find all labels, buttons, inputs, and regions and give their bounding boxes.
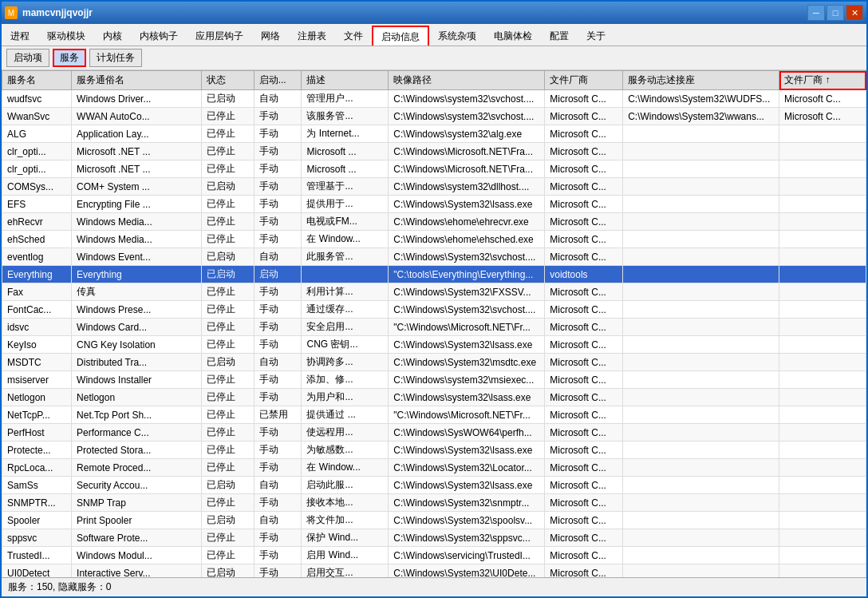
table-cell: 管理基于... (302, 178, 389, 196)
table-cell: Spooler (2, 512, 72, 529)
table-cell: 手动 (254, 336, 302, 354)
col-header-path[interactable]: 映像路径 (389, 71, 545, 90)
col-header-status[interactable]: 状态 (202, 71, 254, 90)
tab-sysmisc[interactable]: 系统杂项 (429, 26, 485, 46)
startup-item-button[interactable]: 启动项 (6, 49, 49, 67)
table-cell (623, 442, 779, 459)
table-cell: 已停止 (202, 301, 254, 319)
table-cell: 已停止 (202, 389, 254, 406)
tab-config[interactable]: 配置 (541, 26, 578, 46)
tab-network[interactable]: 网络 (252, 26, 289, 46)
table-row[interactable]: msiserverWindows Installer已停止手动添加、修...C:… (2, 371, 866, 389)
table-row[interactable]: KeyIsoCNG Key Isolation已停止手动CNG 密钥...C:\… (2, 336, 866, 354)
table-cell: C:\Windows\System32\msdtc.exe (389, 354, 545, 371)
table-cell (779, 529, 866, 547)
table-row[interactable]: idsvcWindows Card...已停止手动安全启用..."C:\Wind… (2, 319, 866, 336)
table-cell: msiserver (2, 371, 72, 389)
table-cell (779, 160, 866, 178)
window-title: mamcvnjjqvojjr (22, 7, 93, 18)
table-row[interactable]: Protecte...Protected Stora...已停止手动为敏感数..… (2, 442, 866, 459)
table-row[interactable]: NetlogonNetlogon已停止手动为用户和...C:\Windows\s… (2, 389, 866, 406)
table-row[interactable]: Fax传真已停止手动利用计算...C:\Windows\System32\FXS… (2, 283, 866, 301)
tab-app-hook[interactable]: 应用层钩子 (187, 26, 252, 46)
table-cell: Microsoft C... (545, 494, 623, 512)
table-cell (623, 494, 779, 512)
tab-process[interactable]: 进程 (2, 26, 38, 46)
table-cell: RpcLoca... (2, 459, 72, 477)
table-cell: 手动 (254, 213, 302, 231)
table-cell: 手动 (254, 564, 302, 578)
col-header-common[interactable]: 服务通俗名 (72, 71, 202, 90)
tab-kernel[interactable]: 内核 (94, 26, 131, 46)
table-row[interactable]: NetTcpP...Net.Tcp Port Sh...已停止已禁用提供通过 .… (2, 406, 866, 424)
table-row[interactable]: wudfsvcWindows Driver...已启动自动管理用户...C:\W… (2, 90, 866, 108)
table-row[interactable]: RpcLoca...Remote Proced...已停止手动在 Window.… (2, 459, 866, 477)
table-row[interactable]: UI0DetectInteractive Serv...已启动手动启用交互...… (2, 564, 866, 578)
table-cell: Performance C... (72, 424, 202, 442)
col-header-startup[interactable]: 启动... (254, 71, 302, 90)
table-cell: Microsoft C... (545, 442, 623, 459)
table-cell: Microsoft C... (545, 354, 623, 371)
table-row[interactable]: clr_opti...Microsoft .NET ...已停止手动Micros… (2, 143, 866, 160)
tab-file[interactable]: 文件 (335, 26, 372, 46)
table-cell: 已停止 (202, 231, 254, 248)
table-cell: ehSched (2, 231, 72, 248)
table-row[interactable]: FontCac...Windows Prese...已停止手动通过缓存...C:… (2, 301, 866, 319)
table-row[interactable]: EverythingEverything已启动启动"C:\tools\Every… (2, 266, 866, 283)
service-button[interactable]: 服务 (53, 49, 86, 67)
table-cell (623, 213, 779, 231)
table-row[interactable]: WwanSvcWWAN AutoCo...已停止手动该服务管...C:\Wind… (2, 108, 866, 125)
table-cell: 手动 (254, 108, 302, 125)
table-row[interactable]: EFSEncrypting File ...已停止手动提供用于...C:\Win… (2, 196, 866, 213)
table-cell: Encrypting File ... (72, 196, 202, 213)
table-cell: C:\Windows\system32\lsass.exe (389, 389, 545, 406)
table-row[interactable]: ALGApplication Lay...已停止手动为 Internet...C… (2, 125, 866, 143)
col-header-desc[interactable]: 描述 (302, 71, 389, 90)
table-cell (623, 477, 779, 494)
main-window: M mamcvnjjqvojjr ─ □ ✕ 进程 驱动模块 内核 内核钩子 应… (0, 0, 868, 598)
table-row[interactable]: ehSchedWindows Media...已停止手动在 Window...C… (2, 231, 866, 248)
table-row[interactable]: SamSsSecurity Accou...已启动自动启动此服...C:\Win… (2, 477, 866, 494)
tab-startup[interactable]: 启动信息 (372, 26, 429, 46)
tab-about[interactable]: 关于 (578, 26, 614, 46)
col-header-filemfr[interactable]: 文件厂商 ↑ (779, 71, 866, 90)
table-cell (623, 389, 779, 406)
table-row[interactable]: PerfHostPerformance C...已停止手动使远程用...C:\W… (2, 424, 866, 442)
table-cell: Microsoft C... (545, 406, 623, 424)
col-header-svchost[interactable]: 服务动志述接座 (623, 71, 779, 90)
table-row[interactable]: ehRecvrWindows Media...已停止手动电视或FM...C:\W… (2, 213, 866, 231)
table-cell (779, 424, 866, 442)
table-row[interactable]: eventlogWindows Event...已启动自动此服务管...C:\W… (2, 248, 866, 266)
table-cell: 已停止 (202, 442, 254, 459)
table-row[interactable]: SpoolerPrint Spooler已启动自动将文件加...C:\Windo… (2, 512, 866, 529)
table-cell: Windows Prese... (72, 301, 202, 319)
table-cell: 手动 (254, 178, 302, 196)
col-header-mfr[interactable]: 文件厂商 (545, 71, 623, 90)
table-cell: 手动 (254, 283, 302, 301)
table-row[interactable]: TrustedI...Windows Modul...已停止手动启用 Wind.… (2, 547, 866, 564)
tab-syscheck[interactable]: 电脑体检 (485, 26, 541, 46)
table-cell: 已停止 (202, 196, 254, 213)
table-cell (779, 231, 866, 248)
table-row[interactable]: COMSys...COM+ System ...已启动手动管理基于...C:\W… (2, 178, 866, 196)
table-cell: Microsoft C... (545, 231, 623, 248)
maximize-button[interactable]: □ (827, 5, 844, 21)
table-cell: C:\Windows\System32\WUDFS... (623, 90, 779, 108)
table-row[interactable]: SNMPTR...SNMP Trap已停止手动接收本地...C:\Windows… (2, 494, 866, 512)
table-cell: ehRecvr (2, 213, 72, 231)
tab-registry[interactable]: 注册表 (289, 26, 335, 46)
table-cell: COM+ System ... (72, 178, 202, 196)
table-scroll[interactable]: 服务名 服务通俗名 状态 启动... 描述 映像路径 文件厂商 服务动志述接座 … (2, 70, 866, 577)
col-header-name[interactable]: 服务名 (2, 71, 72, 90)
tab-driver[interactable]: 驱动模块 (38, 26, 94, 46)
table-row[interactable]: clr_opti...Microsoft .NET ...已停止手动Micros… (2, 160, 866, 178)
table-cell: 在 Window... (302, 459, 389, 477)
table-row[interactable]: sppsvcSoftware Prote...已停止手动保护 Wind...C:… (2, 529, 866, 547)
tab-kernel-hook[interactable]: 内核钩子 (131, 26, 187, 46)
table-cell: C:\Windows\System32\UI0Dete... (389, 564, 545, 578)
minimize-button[interactable]: ─ (807, 5, 825, 21)
scheduled-button[interactable]: 计划任务 (89, 49, 142, 67)
close-button[interactable]: ✕ (846, 5, 863, 21)
table-row[interactable]: MSDTCDistributed Tra...已启动自动协调跨多...C:\Wi… (2, 354, 866, 371)
table-cell: 已启动 (202, 512, 254, 529)
